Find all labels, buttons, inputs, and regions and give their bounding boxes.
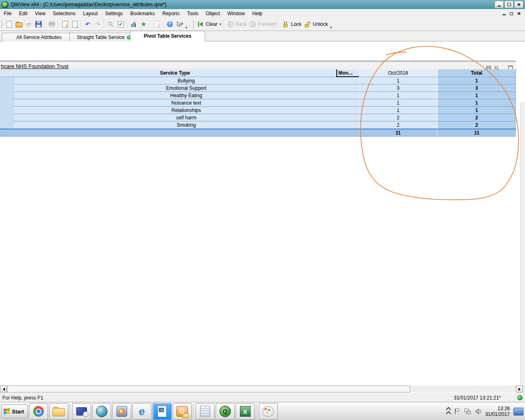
menu-object[interactable]: Object: [202, 9, 224, 18]
month-field-header[interactable]: Mon...: [336, 69, 359, 77]
close-button[interactable]: ✕: [514, 1, 523, 8]
scroll-left-button[interactable]: [0, 386, 7, 393]
new-document-button[interactable]: [5, 20, 14, 29]
start-button[interactable]: Start: [1, 404, 28, 418]
minimize-button[interactable]: [495, 1, 504, 8]
taskbar-qlikview-button[interactable]: Q: [216, 403, 235, 420]
totals-row[interactable]: 11 11: [0, 129, 516, 137]
whats-this-button[interactable]: ?: [175, 20, 184, 29]
unlock-button[interactable]: [303, 20, 312, 29]
service-cell[interactable]: Healthy Eating: [14, 92, 359, 99]
edit-module-button[interactable]: ✎: [152, 20, 161, 29]
clear-label[interactable]: Clear: [206, 21, 218, 27]
back-label[interactable]: Back: [236, 21, 247, 27]
taskbar-file-explorer-button[interactable]: [49, 403, 68, 420]
toolbar-grip[interactable]: [193, 21, 194, 28]
menu-reports[interactable]: Reports: [159, 9, 183, 18]
action-center-flag-icon[interactable]: [454, 408, 461, 415]
table-row[interactable]: Emotional Support 3 3: [0, 84, 516, 92]
oct-value-cell[interactable]: 1: [359, 107, 437, 114]
tab-straight-table-service[interactable]: Straight Table Service: [69, 33, 138, 41]
grand-total-cell[interactable]: 11: [437, 130, 516, 136]
oct-2016-header[interactable]: Oct/2016: [359, 69, 437, 77]
taskbar-outlook-button[interactable]: O: [173, 403, 192, 420]
service-cell[interactable]: Smoking: [14, 121, 359, 129]
table-row[interactable]: self harm 2 2: [0, 114, 516, 121]
reload-button[interactable]: ↓: [70, 20, 79, 29]
total-value-cell[interactable]: 1: [437, 107, 516, 114]
forward-label[interactable]: Forward: [258, 21, 276, 27]
service-cell[interactable]: Relationships: [14, 107, 359, 114]
edit-script-button[interactable]: ✎: [60, 20, 69, 29]
network-icon[interactable]: [464, 408, 471, 415]
open-button[interactable]: [14, 20, 23, 29]
menu-layout[interactable]: Layout: [79, 9, 101, 18]
oct-value-cell[interactable]: 3: [359, 84, 437, 92]
volume-icon[interactable]: [475, 408, 482, 415]
save-button[interactable]: [34, 20, 43, 29]
menu-help[interactable]: Help: [249, 9, 266, 18]
add-bookmark-button[interactable]: ★: [139, 20, 148, 29]
help-button[interactable]: ?: [165, 20, 174, 29]
menu-tools[interactable]: Tools: [183, 9, 202, 18]
taskbar-internet-explorer-button[interactable]: e: [132, 403, 151, 420]
oct-value-cell[interactable]: 1: [359, 92, 437, 99]
total-header[interactable]: Total: [437, 69, 516, 77]
oct-value-cell[interactable]: 2: [359, 114, 437, 121]
table-row[interactable]: Relationships 1 1: [0, 107, 516, 114]
clear-button[interactable]: [196, 20, 205, 29]
title-bar[interactable]: QlikView x64 - [C:\Users\jonnagaddav\Des…: [0, 0, 525, 9]
oct-grand-total-cell[interactable]: 11: [359, 130, 437, 136]
horizontal-scrollbar[interactable]: [0, 386, 525, 393]
taskbar-sphere-app-button[interactable]: [92, 403, 111, 420]
vertical-scrollbar-track[interactable]: [520, 102, 525, 420]
quick-chart-button[interactable]: [129, 20, 138, 29]
print-button[interactable]: [47, 20, 56, 29]
taskbar-excel-button[interactable]: X: [236, 403, 255, 420]
menu-view[interactable]: View: [31, 9, 49, 18]
current-selections-button[interactable]: ✔: [116, 20, 125, 29]
taskbar-clock[interactable]: 13:26 31/01/2017: [485, 406, 510, 417]
refresh-button[interactable]: ⇄: [24, 20, 33, 29]
mdi-restore-button[interactable]: [510, 12, 513, 15]
menu-bookmarks[interactable]: Bookmarks: [127, 9, 159, 18]
total-value-cell[interactable]: 2: [437, 114, 516, 121]
taskbar-remote-desktop-button[interactable]: [72, 403, 91, 420]
show-desktop-icon[interactable]: [514, 408, 523, 415]
service-cell[interactable]: self harm: [14, 114, 359, 121]
oct-value-cell[interactable]: 1: [359, 99, 437, 107]
service-cell[interactable]: Bullying: [14, 77, 359, 84]
lock-label[interactable]: Lock: [291, 21, 301, 27]
tab-all-service-attributes[interactable]: All Service Attributes: [2, 33, 76, 41]
unlock-label[interactable]: Unlock: [313, 21, 328, 27]
pivot-caption-bar[interactable]: hcare NHS Foundation Trust XL: [0, 61, 516, 70]
tab-pivot-table-services[interactable]: Pivot Table Services: [130, 31, 205, 41]
mdi-close-button[interactable]: ✕: [517, 11, 521, 16]
toolbar-grip[interactable]: [1, 21, 2, 28]
service-cell[interactable]: Emotional Support: [14, 84, 359, 92]
clear-dropdown-arrow[interactable]: ▾: [219, 22, 221, 26]
table-row[interactable]: Smoking 2 2: [0, 121, 516, 129]
service-cell[interactable]: Nuisance text: [14, 99, 359, 107]
back-button[interactable]: [226, 20, 235, 29]
taskbar-notepad-button[interactable]: [196, 403, 215, 420]
menu-window[interactable]: Window: [224, 9, 249, 18]
redo-button[interactable]: ↷: [93, 20, 102, 29]
hidden-icons-chevron[interactable]: [447, 408, 450, 415]
table-row[interactable]: Healthy Eating 1 1: [0, 92, 516, 99]
forward-button[interactable]: [248, 20, 257, 29]
taskbar-media-player-button[interactable]: [112, 403, 131, 420]
total-value-cell[interactable]: 1: [437, 99, 516, 107]
total-value-cell[interactable]: 2: [437, 121, 516, 129]
oct-value-cell[interactable]: 2: [359, 121, 437, 129]
table-row[interactable]: Bullying 1 1: [0, 77, 516, 84]
restore-button[interactable]: [504, 1, 514, 8]
oct-value-cell[interactable]: 1: [359, 77, 437, 84]
toolbar-overflow-button[interactable]: ▾: [330, 25, 332, 30]
taskbar-chrome-button[interactable]: [29, 403, 48, 420]
table-row[interactable]: Nuisance text 1 1: [0, 99, 516, 107]
menu-edit[interactable]: Edit: [15, 9, 31, 18]
service-type-header[interactable]: Service Type: [14, 69, 336, 77]
taskbar-qlikview-document-button[interactable]: [153, 403, 171, 420]
total-value-cell[interactable]: 3: [437, 84, 516, 92]
